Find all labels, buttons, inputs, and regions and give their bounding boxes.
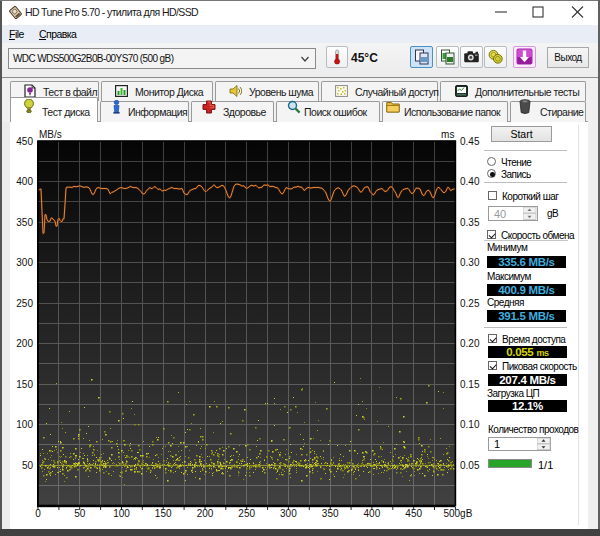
svg-text:0.40: 0.40 xyxy=(460,176,480,187)
svg-text:200: 200 xyxy=(197,508,214,519)
svg-text:ms: ms xyxy=(441,129,454,140)
svg-text:50: 50 xyxy=(22,460,34,471)
svg-text:0.30: 0.30 xyxy=(460,257,480,268)
svg-text:50: 50 xyxy=(74,508,86,519)
svg-text:MB/s: MB/s xyxy=(39,129,62,140)
svg-text:400: 400 xyxy=(16,176,33,187)
svg-text:450: 450 xyxy=(16,136,33,147)
svg-text:100: 100 xyxy=(113,508,130,519)
svg-text:350: 350 xyxy=(322,508,339,519)
svg-text:250: 250 xyxy=(16,298,33,309)
svg-text:0.10: 0.10 xyxy=(460,419,480,430)
svg-text:0: 0 xyxy=(35,508,41,519)
svg-text:200: 200 xyxy=(16,338,33,349)
svg-text:0.35: 0.35 xyxy=(460,217,480,228)
svg-text:300: 300 xyxy=(16,257,33,268)
svg-text:0.45: 0.45 xyxy=(460,136,480,147)
svg-text:350: 350 xyxy=(16,217,33,228)
svg-text:150: 150 xyxy=(155,508,172,519)
svg-text:400: 400 xyxy=(364,508,381,519)
svg-text:450: 450 xyxy=(405,508,422,519)
svg-text:0.05: 0.05 xyxy=(460,460,480,471)
svg-text:0.20: 0.20 xyxy=(460,338,480,349)
svg-text:150: 150 xyxy=(16,379,33,390)
svg-text:100: 100 xyxy=(16,419,33,430)
svg-text:0.25: 0.25 xyxy=(460,298,480,309)
svg-text:250: 250 xyxy=(238,508,255,519)
svg-text:300: 300 xyxy=(280,508,297,519)
svg-text:500gB: 500gB xyxy=(443,508,472,519)
svg-text:0.15: 0.15 xyxy=(460,379,480,390)
